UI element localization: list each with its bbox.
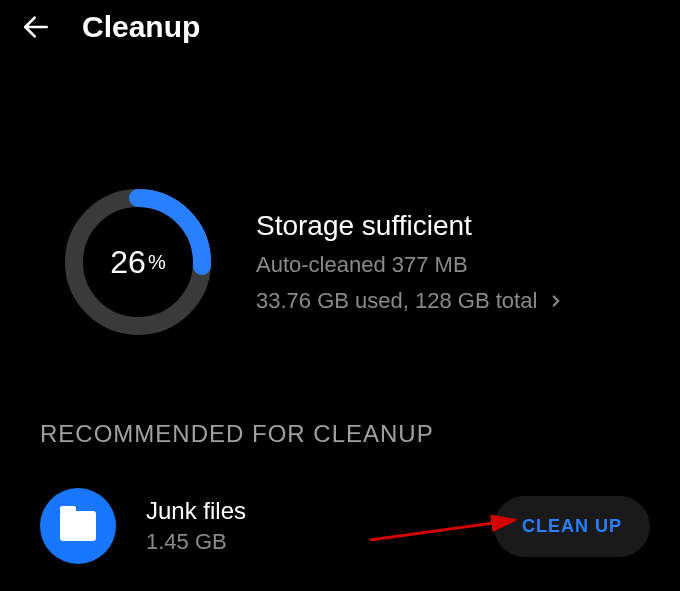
- storage-text-block: Storage sufficient Auto-cleaned 377 MB 3…: [256, 210, 640, 314]
- donut-center-label: 26 %: [60, 184, 216, 340]
- clean-up-button[interactable]: CLEAN UP: [494, 496, 650, 557]
- page-title: Cleanup: [82, 10, 200, 44]
- donut-percent-symbol: %: [148, 251, 166, 274]
- folder-icon: [60, 511, 96, 541]
- storage-status-title: Storage sufficient: [256, 210, 640, 242]
- back-button[interactable]: [20, 11, 52, 43]
- donut-percent-value: 26: [110, 244, 146, 281]
- storage-donut: 26 %: [60, 184, 216, 340]
- storage-usage-row: 33.76 GB used, 128 GB total: [256, 288, 640, 314]
- storage-usage-text: 33.76 GB used, 128 GB total: [256, 288, 537, 314]
- junk-files-title: Junk files: [146, 497, 464, 525]
- recommended-section-header: RECOMMENDED FOR CLEANUP: [0, 380, 680, 468]
- junk-files-size: 1.45 GB: [146, 529, 464, 555]
- chevron-right-icon: [547, 292, 565, 310]
- app-header: Cleanup: [0, 0, 680, 54]
- junk-files-row[interactable]: Junk files 1.45 GB CLEAN UP: [0, 468, 680, 584]
- junk-files-icon-circle: [40, 488, 116, 564]
- storage-auto-cleaned: Auto-cleaned 377 MB: [256, 252, 640, 278]
- junk-files-text: Junk files 1.45 GB: [146, 497, 464, 555]
- storage-summary-row[interactable]: 26 % Storage sufficient Auto-cleaned 377…: [0, 54, 680, 380]
- arrow-left-icon: [20, 11, 52, 43]
